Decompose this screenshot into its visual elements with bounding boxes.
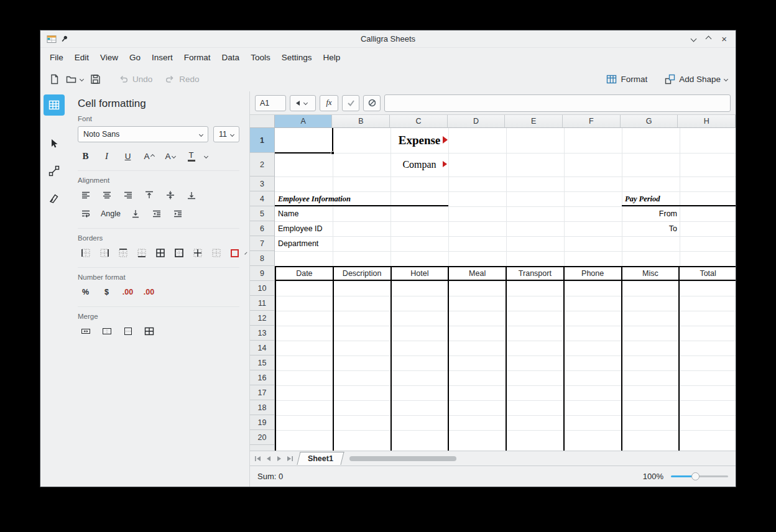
row-header-8[interactable]: 8 [250, 251, 274, 266]
formula-input[interactable] [384, 94, 731, 112]
table-column[interactable] [334, 281, 392, 451]
table-column[interactable] [449, 281, 507, 451]
merge-cells-button[interactable] [78, 324, 93, 339]
border-top-button[interactable] [115, 245, 131, 260]
decrease-precision-button[interactable]: .00 [141, 285, 157, 300]
cell-reference-box[interactable]: A1 [255, 95, 286, 111]
align-left-button[interactable] [78, 188, 93, 203]
previous-sheet-button[interactable] [263, 453, 274, 464]
underline-button[interactable]: U [120, 149, 136, 163]
connector-tool-button[interactable] [44, 160, 65, 181]
cell-e9[interactable]: Transport [507, 267, 565, 280]
add-shape-button[interactable]: Add Shape [662, 70, 731, 88]
row-header-4[interactable]: 4 [250, 191, 274, 206]
align-right-button[interactable] [120, 188, 136, 203]
menu-insert[interactable]: Insert [146, 50, 178, 65]
menu-file[interactable]: File [44, 50, 69, 65]
column-header-e[interactable]: E [505, 115, 563, 128]
currency-format-button[interactable]: $ [99, 285, 114, 300]
formula-button[interactable]: fx [320, 95, 338, 111]
horizontal-scrollbar-thumb[interactable] [349, 456, 456, 461]
border-right-button[interactable] [96, 245, 112, 260]
cell-f9[interactable]: Phone [565, 267, 622, 280]
row-header-9[interactable]: 9 [250, 266, 274, 281]
indent-less-button[interactable] [149, 206, 165, 221]
zoom-slider-thumb[interactable] [691, 472, 700, 480]
table-column[interactable] [622, 281, 680, 451]
border-left-button[interactable] [78, 245, 93, 260]
vertical-text-button[interactable] [128, 206, 144, 221]
row-header-13[interactable]: 13 [250, 326, 274, 341]
text-color-dropdown-icon[interactable] [204, 154, 208, 158]
cell-g5[interactable]: From [622, 206, 677, 221]
pin-icon[interactable] [61, 35, 68, 43]
cell-a9[interactable]: Date [276, 267, 334, 280]
increase-precision-button[interactable]: .00 [120, 285, 136, 300]
table-column[interactable] [276, 281, 334, 451]
zoom-slider[interactable] [671, 472, 728, 481]
border-inner-button[interactable] [190, 245, 205, 260]
border-bottom-button[interactable] [134, 245, 149, 260]
split-cells-button[interactable] [141, 324, 157, 339]
add-shape-dropdown-icon[interactable] [724, 76, 728, 81]
table-column[interactable] [507, 281, 565, 451]
column-header-a[interactable]: A [275, 115, 333, 128]
cell-g6[interactable]: To [622, 221, 677, 236]
table-column[interactable] [392, 281, 450, 451]
column-header-f[interactable]: F [563, 115, 621, 128]
cell-h9[interactable]: Total [680, 267, 736, 280]
font-family-select[interactable]: Noto Sans [78, 126, 208, 142]
menu-edit[interactable]: Edit [69, 50, 95, 65]
cell-c2[interactable]: Compan [390, 153, 448, 177]
selection-list-combo[interactable] [290, 95, 316, 111]
text-color-button[interactable]: T [183, 149, 199, 163]
row-header-7[interactable]: 7 [250, 236, 274, 251]
column-header-h[interactable]: H [678, 115, 736, 128]
row-header-16[interactable]: 16 [250, 370, 274, 385]
cell-tool-button[interactable] [44, 94, 65, 116]
row-header-19[interactable]: 19 [250, 415, 274, 430]
align-bottom-button[interactable] [183, 188, 199, 203]
row-header-5[interactable]: 5 [250, 206, 274, 221]
last-sheet-button[interactable] [284, 453, 295, 464]
merge-vertical-button[interactable] [120, 324, 136, 339]
table-column[interactable] [565, 281, 622, 451]
cell-c1[interactable]: Expense [390, 128, 448, 153]
bold-button[interactable]: B [78, 149, 93, 163]
calligraphy-tool-button[interactable] [44, 188, 65, 209]
cell-g9[interactable]: Misc [622, 267, 680, 280]
table-column[interactable] [680, 281, 736, 451]
row-header-10[interactable]: 10 [250, 281, 274, 296]
row-header-2[interactable]: 2 [250, 153, 274, 177]
menu-view[interactable]: View [95, 50, 124, 65]
minimize-icon[interactable] [691, 36, 697, 42]
format-button[interactable]: Format [603, 70, 650, 88]
cell-g4[interactable]: Pay Period [625, 191, 660, 206]
column-header-c[interactable]: C [390, 115, 448, 128]
row-header-14[interactable]: 14 [250, 341, 274, 355]
row-header-3[interactable]: 3 [250, 177, 274, 191]
cell-selection-a1[interactable] [274, 127, 333, 154]
first-sheet-button[interactable] [252, 453, 263, 464]
angle-button[interactable]: Angle [99, 206, 122, 221]
row-header-11[interactable]: 11 [250, 296, 274, 311]
cell-a4[interactable]: Employee Information [278, 191, 351, 206]
menu-format[interactable]: Format [178, 50, 216, 65]
border-outline-button[interactable] [171, 245, 187, 260]
merge-horizontal-button[interactable] [99, 324, 114, 339]
column-header-g[interactable]: G [621, 115, 678, 128]
menu-tools[interactable]: Tools [245, 50, 276, 65]
save-button[interactable] [86, 70, 104, 88]
row-header-15[interactable]: 15 [250, 355, 274, 370]
percent-format-button[interactable]: % [78, 285, 93, 300]
row-header-12[interactable]: 12 [250, 311, 274, 326]
grow-font-button[interactable]: A [141, 149, 157, 163]
menu-data[interactable]: Data [216, 50, 246, 65]
next-sheet-button[interactable] [274, 453, 284, 464]
close-icon[interactable]: × [721, 34, 727, 44]
row-header-18[interactable]: 18 [250, 400, 274, 415]
row-header-17[interactable]: 17 [250, 385, 274, 400]
select-all-corner[interactable] [250, 115, 275, 128]
cell-a5[interactable]: Name [278, 206, 298, 221]
wrap-text-button[interactable] [78, 206, 93, 221]
